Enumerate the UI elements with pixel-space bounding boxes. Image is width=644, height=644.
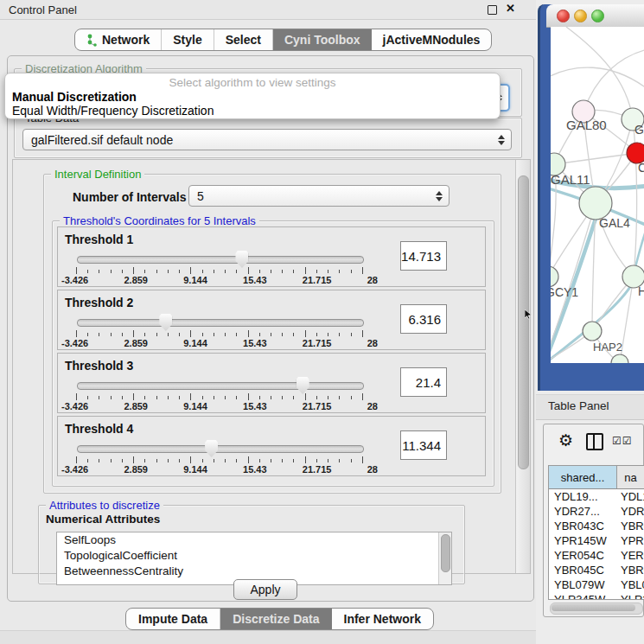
tick-mark xyxy=(339,333,340,336)
slider-thumb[interactable] xyxy=(235,251,248,268)
attribute-list-item[interactable]: BetweennessCentrality xyxy=(57,564,451,579)
tick-mark xyxy=(168,459,169,462)
tab-style[interactable]: Style xyxy=(162,29,214,50)
slider-thumb[interactable] xyxy=(296,377,309,394)
tick-mark xyxy=(111,333,112,336)
tick-mark xyxy=(339,270,340,273)
menu-item-manual-discretization[interactable]: Manual Discretization xyxy=(12,90,137,104)
horizontal-scrollbar[interactable] xyxy=(550,603,643,615)
numerical-attributes-list[interactable]: SelfLoopsTopologicalCoefficientBetweenne… xyxy=(56,532,452,585)
threshold-slider[interactable] xyxy=(77,445,364,453)
node-label: GA xyxy=(634,123,644,137)
tick-mark xyxy=(122,396,123,399)
table-row[interactable]: YBR043CYBR0 xyxy=(549,519,644,533)
tick-mark xyxy=(156,270,157,273)
threshold-value[interactable]: 11.344 xyxy=(400,430,447,460)
minimize-traffic-light-icon[interactable] xyxy=(574,10,587,22)
column-header-name[interactable]: na xyxy=(617,466,644,488)
tick-mark xyxy=(87,270,88,273)
tick-mark xyxy=(259,459,260,462)
checkboxes-icon[interactable]: ☑☑ xyxy=(612,435,633,447)
node-table[interactable]: shared... na YDL19...YDL1YDR27...YDR2YBR… xyxy=(548,465,644,600)
tick-mark xyxy=(144,396,145,399)
node-gcy1[interactable] xyxy=(551,266,558,287)
node-bottom[interactable] xyxy=(611,354,628,363)
apply-button[interactable]: Apply xyxy=(233,579,297,600)
attribute-list-item[interactable]: SelfLoops xyxy=(57,532,451,548)
table-data-combobox[interactable]: galFiltered.sif default node xyxy=(22,129,512,150)
tick-labels: -3.4262.8599.14415.4321.71528 xyxy=(61,401,378,411)
tick-label: 28 xyxy=(367,464,378,475)
slider-thumb[interactable] xyxy=(159,314,172,331)
threshold-value[interactable]: 6.316 xyxy=(400,304,447,334)
attributes-scrollbar-thumb[interactable] xyxy=(441,534,450,572)
tick-mark xyxy=(214,270,214,273)
vertical-scrollbar[interactable] xyxy=(515,160,530,573)
table-row[interactable]: YER054CYER0 xyxy=(549,548,644,563)
table-row[interactable]: YDR27...YDR2 xyxy=(549,504,644,519)
table-panel-title: Table Panel xyxy=(548,399,609,412)
tick-mark xyxy=(282,270,283,273)
close-icon[interactable]: ✕ xyxy=(506,2,515,15)
num-intervals-value: 5 xyxy=(197,189,204,203)
threshold-slider[interactable] xyxy=(77,256,364,264)
tab-discretize-data[interactable]: Discretize Data xyxy=(220,609,331,629)
algorithm-placeholder: Select algorithm to view settings xyxy=(5,76,500,89)
tab-label: Style xyxy=(173,33,201,47)
node-label: C xyxy=(638,161,644,175)
tab-cyni-toolbox[interactable]: Cyni Toolbox xyxy=(273,29,372,50)
tick-mark xyxy=(351,270,352,273)
slider-thumb[interactable] xyxy=(205,440,218,457)
tab-label: Impute Data xyxy=(138,612,207,626)
network-canvas[interactable]: GAL80 GA C GAL11 GAL4 GCY1 H HAP2 xyxy=(551,27,644,363)
tick-mark xyxy=(133,267,134,274)
tick-mark xyxy=(305,393,306,400)
node-hap2[interactable] xyxy=(583,322,602,341)
cell-name: YDR2 xyxy=(616,505,644,518)
tick-mark xyxy=(282,396,283,399)
split-panel-icon[interactable] xyxy=(586,433,603,450)
table-row[interactable]: YDL19...YDL1 xyxy=(549,489,644,504)
gear-icon[interactable]: ⚙ xyxy=(558,430,573,450)
attributes-scrollbar[interactable] xyxy=(438,532,451,584)
threshold-slider[interactable] xyxy=(77,382,364,390)
tick-mark xyxy=(236,270,237,273)
threshold-value[interactable]: 14.713 xyxy=(400,241,447,271)
column-header-shared-name[interactable]: shared... xyxy=(549,466,617,488)
num-intervals-combobox[interactable]: 5 xyxy=(188,185,450,207)
menu-item-equal-width-frequency[interactable]: Equal Width/Frequency Discretization xyxy=(12,104,214,118)
node-gal4[interactable] xyxy=(579,187,612,220)
tab-jactivemnodules[interactable]: jActiveMNodules xyxy=(372,29,492,50)
tick-mark xyxy=(282,333,283,336)
tick-label: 2.859 xyxy=(124,464,148,475)
tick-mark xyxy=(236,333,237,336)
threshold-slider[interactable] xyxy=(77,319,364,327)
tick-label: 2.859 xyxy=(124,275,148,285)
vertical-scrollbar-thumb[interactable] xyxy=(518,175,529,469)
node-label: GCY1 xyxy=(551,285,578,299)
tab-infer-network[interactable]: Infer Network xyxy=(332,609,433,629)
attribute-list-item[interactable]: TopologicalCoefficient xyxy=(57,548,451,564)
horizontal-scrollbar-thumb[interactable] xyxy=(552,604,635,611)
combo-arrows-icon xyxy=(436,191,443,201)
table-row[interactable]: YPR145WYPR1 xyxy=(549,533,644,548)
tick-label: 21.715 xyxy=(303,464,332,475)
tick-mark xyxy=(111,396,112,399)
tick-mark xyxy=(225,459,226,462)
tab-impute-data[interactable]: Impute Data xyxy=(126,609,220,629)
float-window-icon[interactable] xyxy=(488,5,497,15)
table-row[interactable]: YBR045CYBR0 xyxy=(549,563,644,577)
tick-mark xyxy=(339,396,340,399)
algorithm-dropdown-popup: Select algorithm to view settings Manual… xyxy=(4,73,501,119)
close-traffic-light-icon[interactable] xyxy=(557,10,570,22)
tab-network[interactable]: Network xyxy=(75,29,162,50)
zoom-traffic-light-icon[interactable] xyxy=(591,10,604,22)
tab-select[interactable]: Select xyxy=(214,29,273,50)
table-row[interactable]: YLR345WYLR3 xyxy=(549,592,644,600)
node-label: GAL11 xyxy=(551,172,590,187)
table-row[interactable]: YBL079WYBL0 xyxy=(549,577,644,592)
threshold-value[interactable]: 21.4 xyxy=(400,367,447,397)
tick-mark xyxy=(87,396,88,399)
tick-mark xyxy=(133,393,134,400)
tick-label: -3.426 xyxy=(61,275,88,285)
